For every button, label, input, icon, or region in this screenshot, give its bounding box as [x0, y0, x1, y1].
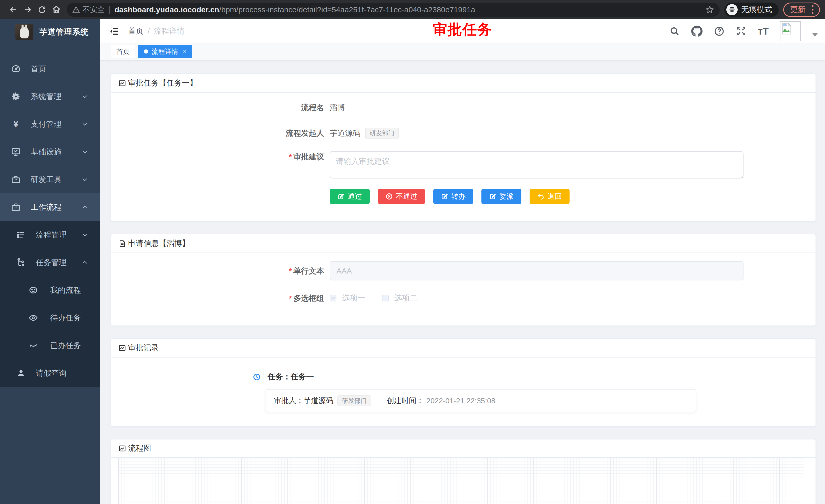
sidebar-item-my-process[interactable]: 我的流程 [0, 276, 100, 304]
face-icon [28, 285, 39, 295]
reject-button[interactable]: 不通过 [378, 189, 425, 204]
process-name-value: 滔博 [330, 102, 345, 113]
bpmn-grid-canvas[interactable] [119, 458, 804, 504]
sidebar-item-system[interactable]: 系统管理 [0, 83, 100, 110]
sidebar-item-label: 已办任务 [50, 340, 100, 351]
task-line: 任务：任务一 [268, 371, 314, 382]
sidebar-item-label: 系统管理 [31, 91, 81, 102]
sidebar-item-payment[interactable]: ¥ 支付管理 [0, 110, 100, 138]
search-icon[interactable] [669, 26, 680, 36]
diagram-body [111, 457, 816, 504]
address-bar[interactable]: 不安全 dashboard.yudao.iocoder.cn/bpm/proce… [67, 3, 720, 17]
insecure-warning-icon [72, 6, 80, 14]
home-icon[interactable] [49, 3, 64, 17]
transfer-button[interactable]: 转办 [433, 189, 473, 204]
time-value: 2022-01-21 22:35:08 [426, 397, 495, 405]
approve-button[interactable]: 通过 [330, 189, 370, 204]
sidebar-item-process-mgmt[interactable]: 流程管理 [0, 221, 100, 249]
chevron-up-icon [81, 204, 88, 211]
forward-icon[interactable] [20, 3, 35, 17]
sidebar-item-devtools[interactable]: 研发工具 [0, 166, 100, 193]
tab-process-detail[interactable]: 流程详情 × [138, 45, 192, 58]
bookmark-star-icon[interactable] [705, 5, 714, 14]
page-root: 不安全 dashboard.yudao.iocoder.cn/bpm/proce… [0, 0, 825, 504]
record-detail-box: 审批人： 芋道源码 研发部门 创建时间： 2022-01-21 22:35:08 [266, 389, 696, 412]
app-logo-row: 芋道管理系统 [0, 19, 100, 45]
sidebar-item-label: 我的流程 [50, 285, 100, 296]
approver-dept-tag: 研发部门 [338, 396, 371, 406]
update-button[interactable]: 更新 [783, 3, 820, 17]
diagram-card-title: 流程图 [119, 443, 151, 453]
chevron-down-icon [81, 121, 88, 128]
eye-icon [28, 313, 39, 322]
reload-icon[interactable] [35, 3, 49, 17]
initiator-row: 流程发起人 芋道源码 研发部门 [111, 128, 816, 139]
suggest-textarea[interactable] [330, 151, 744, 178]
tab-home[interactable]: 首页 [111, 45, 135, 58]
diagram-card-title-text: 流程图 [128, 443, 151, 453]
process-name-label: 流程名 [111, 102, 330, 113]
sidebar-item-label: 工作流程 [31, 202, 81, 213]
update-label: 更新 [790, 4, 806, 15]
close-tab-icon[interactable]: × [183, 48, 186, 55]
approval-record-card: 审批记录 任务：任务一 审批人： 芋道源码 研 [111, 338, 816, 427]
initiator-dept-tag: 研发部门 [365, 128, 399, 139]
sidebar-item-workflow[interactable]: 工作流程 [0, 193, 100, 221]
sidebar-item-todo-tasks[interactable]: 待办任务 [0, 304, 100, 332]
sidebar-item-task-mgmt[interactable]: 任务管理 [0, 249, 100, 276]
font-size-icon[interactable]: ᴛT [758, 26, 769, 36]
record-card-title: 审批记录 [119, 343, 159, 353]
record-body: 任务：任务一 审批人： 芋道源码 研发部门 创建时间： 2022-01-21 2… [111, 357, 816, 412]
apply-card-header: 申请信息【滔博】 [111, 234, 816, 253]
chevron-down-icon [81, 93, 88, 100]
approval-card-header: 审批任务【任务一】 [111, 74, 816, 93]
delegate-button[interactable]: 委派 [481, 189, 521, 204]
help-icon[interactable] [714, 26, 725, 36]
transfer-label: 转办 [451, 191, 465, 201]
approval-actions: 通过 不通过 转办 委 [330, 189, 816, 204]
fullscreen-icon[interactable] [736, 26, 747, 36]
avatar[interactable] [780, 21, 801, 41]
header-actions: ᴛT [669, 21, 818, 41]
back-icon[interactable] [6, 3, 20, 17]
apply-card-title: 申请信息【滔博】 [119, 238, 190, 249]
return-button[interactable]: 退回 [530, 189, 570, 204]
url-text: dashboard.yudao.iocoder.cn/bpm/process-i… [115, 5, 702, 14]
workflow-submenu: 流程管理 任务管理 我的流程 [0, 221, 100, 387]
avatar-caret-icon[interactable] [812, 33, 818, 36]
required-asterisk: * [289, 152, 292, 161]
sidebar-item-label: 首页 [31, 64, 100, 74]
tags-view-bar: 首页 流程详情 × [100, 43, 825, 61]
sidebar-item-label: 研发工具 [31, 174, 81, 185]
single-line-text-input [330, 261, 744, 280]
time-label: 创建时间： [387, 396, 424, 406]
option1-label: 选项一 [342, 293, 365, 303]
delegate-label: 委派 [499, 191, 514, 201]
url-domain: dashboard.yudao.iocoder.cn [115, 5, 219, 14]
tree-icon [16, 258, 26, 267]
browser-menu-icon[interactable] [810, 4, 815, 15]
sidebar-item-leave-query[interactable]: 请假查询 [0, 359, 100, 387]
checkbox-group-label: 多选框组 [293, 294, 324, 303]
suggest-row: *审批建议 [111, 151, 816, 178]
sidebar-item-infra[interactable]: 基础设施 [0, 138, 100, 166]
text-field-row: *单行文本 [111, 261, 816, 280]
process-diagram-card: 流程图 [111, 439, 816, 504]
chevron-down-icon [81, 176, 88, 183]
record-task-row: 任务：任务一 [253, 371, 816, 382]
breadcrumb-home[interactable]: 首页 [128, 26, 144, 36]
approval-card-title-text: 审批任务【任务一】 [128, 78, 197, 88]
process-name-row: 流程名 滔博 [111, 102, 816, 113]
user-icon [16, 368, 26, 378]
sidebar-item-done-tasks[interactable]: 已办任务 [0, 332, 100, 359]
approver-value: 芋道源码 [304, 396, 333, 406]
checkbox-group-row: *多选框组 选项一 选项二 [111, 293, 816, 304]
collapse-sidebar-icon[interactable] [109, 26, 120, 36]
annotation-text: 审批任务 [433, 20, 492, 39]
sidebar-item-home[interactable]: 首页 [0, 55, 100, 83]
chevron-down-icon [81, 232, 88, 238]
apply-card-title-text: 申请信息【滔博】 [128, 238, 190, 249]
dashboard-icon [11, 64, 21, 74]
github-icon[interactable] [691, 26, 702, 37]
browser-toolbar: 不安全 dashboard.yudao.iocoder.cn/bpm/proce… [0, 0, 825, 19]
